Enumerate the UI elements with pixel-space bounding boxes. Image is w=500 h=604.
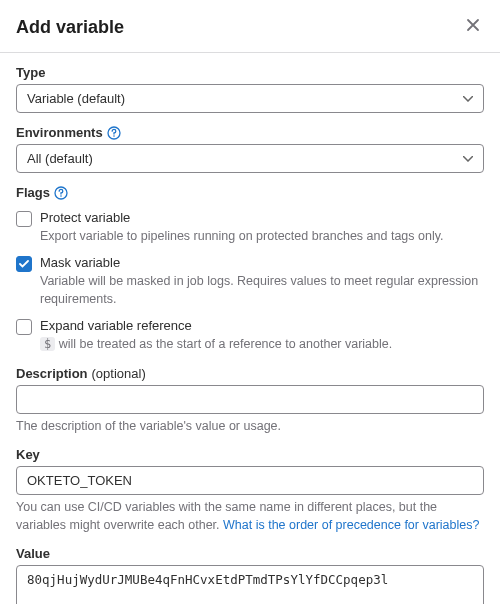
mask-checkbox[interactable] — [16, 256, 32, 272]
key-label: Key — [16, 447, 40, 462]
mask-label: Mask variable — [40, 255, 484, 272]
environments-select[interactable]: All (default) — [16, 144, 484, 173]
mask-help: Variable will be masked in job logs. Req… — [40, 273, 484, 308]
key-help: You can use CI/CD variables with the sam… — [16, 499, 484, 534]
description-optional: (optional) — [92, 366, 146, 381]
value-textarea[interactable]: 80qjHujWydUrJMUBe4qFnHCvxEtdPTmdTPsYlYfD… — [16, 565, 484, 604]
divider — [0, 52, 500, 53]
help-icon[interactable] — [107, 126, 121, 140]
description-label: Description — [16, 366, 88, 381]
protect-checkbox[interactable] — [16, 211, 32, 227]
description-input[interactable] — [16, 385, 484, 414]
close-button[interactable] — [462, 14, 484, 40]
key-input[interactable] — [16, 466, 484, 495]
type-select[interactable]: Variable (default) — [16, 84, 484, 113]
svg-point-1 — [113, 135, 115, 137]
help-icon[interactable] — [54, 186, 68, 200]
protect-help: Export variable to pipelines running on … — [40, 228, 484, 246]
expand-checkbox[interactable] — [16, 319, 32, 335]
description-help: The description of the variable's value … — [16, 418, 484, 436]
value-label: Value — [16, 546, 50, 561]
flags-label: Flags — [16, 185, 50, 200]
precedence-link[interactable]: What is the order of precedence for vari… — [223, 518, 479, 532]
environments-label: Environments — [16, 125, 103, 140]
type-label: Type — [16, 65, 45, 80]
svg-point-3 — [60, 195, 62, 197]
expand-help: $ will be treated as the start of a refe… — [40, 336, 484, 354]
close-icon — [466, 18, 480, 35]
modal-title: Add variable — [16, 17, 124, 38]
protect-label: Protect variable — [40, 210, 484, 227]
expand-label: Expand variable reference — [40, 318, 484, 335]
dollar-chip: $ — [40, 337, 55, 351]
